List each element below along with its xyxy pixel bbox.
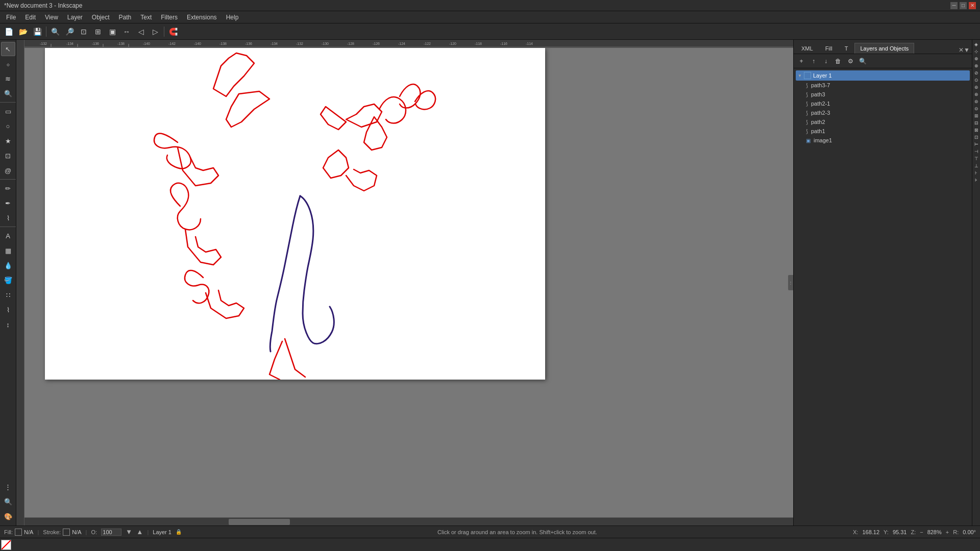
3dbox-tool[interactable]: ⊡ [1, 148, 15, 163]
layer-item-path2[interactable]: ⟆ path2 [796, 117, 970, 127]
snap-toggle-button[interactable]: 🧲 [166, 25, 180, 38]
spray-tool[interactable]: ∷ [1, 288, 15, 302]
layer-down-button[interactable]: ↓ [820, 56, 831, 67]
zoom-next-button[interactable]: ▷ [149, 25, 162, 38]
snap-btn-20[interactable]: ⊧ [973, 177, 980, 184]
snap-btn-3[interactable]: ⊕ [973, 55, 980, 62]
open-file-button[interactable]: 📂 [16, 25, 30, 38]
dropper-tool[interactable]: 💧 [1, 258, 15, 272]
xml-editor-button[interactable]: ⋮ [1, 480, 15, 494]
panel-collapse-handle[interactable]: ⋮ [788, 275, 793, 290]
horizontal-scrollbar[interactable] [24, 517, 793, 525]
zoom-decrease-button[interactable]: − [920, 529, 923, 535]
layer-up-button[interactable]: ↑ [808, 56, 819, 67]
close-button[interactable]: ✕ [969, 2, 976, 9]
opacity-down-button[interactable]: ▼ [126, 528, 132, 536]
select-tool[interactable]: ↖ [1, 42, 15, 56]
snap-btn-11[interactable]: ⊞ [973, 112, 980, 119]
menu-path[interactable]: Path [115, 13, 136, 22]
layer-item-image1[interactable]: ▣ image1 🔒 👁 [796, 136, 970, 145]
zoom-width-button[interactable]: ↔ [120, 25, 133, 38]
snap-btn-8[interactable]: ⊛ [973, 91, 980, 98]
layer-item-path3-7[interactable]: ⟆ path3-7 [796, 81, 970, 90]
delete-layer-button[interactable]: 🗑 [832, 56, 844, 67]
snap-btn-10[interactable]: ⊝ [973, 105, 980, 112]
menu-help[interactable]: Help [222, 13, 243, 22]
snap-btn-4[interactable]: ⊗ [973, 62, 980, 69]
measure-tool[interactable]: ↕ [1, 317, 15, 332]
palette-button[interactable]: 🎨 [1, 509, 15, 523]
layer-settings-button[interactable]: ⚙ [845, 56, 856, 67]
zoom-page-button[interactable]: ▣ [106, 25, 119, 38]
menu-file[interactable]: File [2, 13, 20, 22]
snap-btn-15[interactable]: ⊢ [973, 141, 980, 148]
menu-object[interactable]: Object [88, 13, 114, 22]
menu-view[interactable]: View [41, 13, 62, 22]
snap-btn-18[interactable]: ⊥ [973, 162, 980, 169]
tab-fill[interactable]: Fill [820, 43, 838, 54]
snap-btn-19[interactable]: ⊦ [973, 169, 980, 177]
layer-item-path3[interactable]: ⟆ path3 [796, 90, 970, 99]
pencil-tool[interactable]: ✏ [1, 181, 15, 195]
snap-btn-7[interactable]: ⊚ [973, 84, 980, 91]
calligraphy-tool[interactable]: ⌇ [1, 211, 15, 225]
node-tool[interactable]: ⬦ [1, 57, 15, 71]
snap-btn-6[interactable]: ⊙ [973, 77, 980, 84]
layer-item-path2-1[interactable]: ⟆ path2-1 [796, 99, 970, 108]
layer-item-path2-3[interactable]: ⟆ path2-3 [796, 108, 970, 117]
zoom-prev-button[interactable]: ◁ [134, 25, 148, 38]
layer-triangle[interactable]: ▼ [798, 73, 802, 78]
save-file-button[interactable]: 💾 [31, 25, 44, 38]
fill-indicator[interactable]: Fill: N/A [4, 529, 33, 536]
canvas-wrapper[interactable]: ⋮ [24, 48, 793, 517]
snap-btn-1[interactable]: ◈ [973, 41, 980, 48]
no-color-button[interactable] [1, 540, 11, 550]
text-tool[interactable]: A [1, 229, 15, 243]
paint-bucket-tool[interactable]: 🪣 [1, 273, 15, 287]
menu-text[interactable]: Text [136, 13, 156, 22]
zoom-increase-button[interactable]: + [946, 529, 949, 535]
snap-btn-2[interactable]: ⊹ [973, 48, 980, 55]
zoom-drawing-button[interactable]: ⊞ [91, 25, 105, 38]
tab-layers[interactable]: Layers and Objects [854, 43, 914, 54]
gradient-tool[interactable]: ▦ [1, 243, 15, 258]
ellipse-tool[interactable]: ○ [1, 119, 15, 133]
snap-btn-12[interactable]: ⊟ [973, 119, 980, 127]
lock-icon[interactable]: 🔒 [955, 129, 962, 134]
rectangle-tool[interactable]: ▭ [1, 104, 15, 118]
stroke-color-box[interactable] [63, 529, 70, 536]
spiral-tool[interactable]: @ [1, 163, 15, 178]
scrollbar-thumb[interactable] [229, 519, 290, 525]
drawing-canvas[interactable] [45, 48, 545, 380]
zoom-in-button[interactable]: 🔍 [48, 25, 62, 38]
connector-tool[interactable]: ⌇ [1, 303, 15, 317]
snap-btn-16[interactable]: ⊣ [973, 148, 980, 155]
opacity-input[interactable] [101, 529, 121, 536]
layer-item-layer1[interactable]: ▼ Layer 1 [796, 70, 970, 81]
eye-icon-2[interactable]: 👁 [963, 138, 968, 143]
menu-edit[interactable]: Edit [21, 13, 40, 22]
find-button[interactable]: 🔍 [1, 494, 15, 509]
panel-menu-button[interactable]: ▼ [964, 46, 970, 54]
eye-icon[interactable]: 👁 [963, 129, 968, 134]
search-layer-button[interactable]: 🔍 [857, 56, 868, 67]
snap-btn-13[interactable]: ⊠ [973, 127, 980, 134]
lock-icon-2[interactable]: 🔒 [955, 138, 962, 143]
tab-xml[interactable]: XML [796, 43, 819, 54]
tweak-tool[interactable]: ≋ [1, 71, 15, 86]
zoom-tool[interactable]: 🔍 [1, 86, 15, 101]
new-file-button[interactable]: 📄 [2, 25, 15, 38]
fill-color-box[interactable] [15, 529, 22, 536]
add-layer-button[interactable]: + [796, 56, 807, 67]
stroke-indicator[interactable]: Stroke: N/A [43, 529, 81, 536]
zoom-fit-button[interactable]: ⊡ [77, 25, 90, 38]
tab-stroke[interactable]: T [839, 43, 854, 54]
opacity-up-button[interactable]: ▲ [136, 528, 143, 536]
snap-btn-5[interactable]: ⊘ [973, 69, 980, 77]
canvas-area[interactable]: -132 -134 -136 -138 -140 -142 -140 -138 … [24, 40, 793, 525]
minimize-button[interactable]: ─ [950, 2, 958, 9]
menu-filters[interactable]: Filters [157, 13, 182, 22]
maximize-button[interactable]: □ [960, 2, 967, 9]
snap-btn-17[interactable]: ⊤ [973, 155, 980, 162]
layer-item-path1[interactable]: ⟆ path1 🔒 👁 [796, 127, 970, 136]
